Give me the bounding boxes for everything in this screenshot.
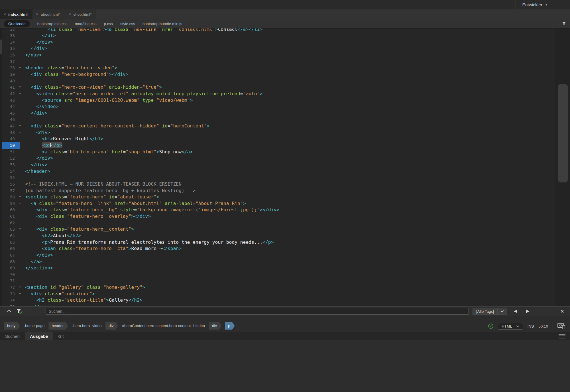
code-line[interactable]: 52 </div> [0,155,555,162]
line-gutter[interactable]: 55 [0,174,25,181]
code-line[interactable]: 73▼ <div class="container"> [0,291,555,297]
line-gutter[interactable]: 56 [0,181,25,188]
code-line[interactable]: 35 </div> [0,45,555,52]
fold-arrow-icon[interactable]: ▼ [15,291,25,297]
code-line[interactable]: 36</nav> [0,52,555,58]
line-gutter[interactable]: 63▼ [0,226,25,233]
tag-chip[interactable]: #heroContent.hero-content.hero-content--… [121,322,205,330]
code-line[interactable]: 40 [0,78,555,84]
fold-arrow-icon[interactable]: ▼ [15,284,25,291]
code-line[interactable]: 57(du hattest doppelte feature-hero__bg … [0,188,555,194]
code-line[interactable]: 50 <p></p> [0,142,555,149]
line-gutter[interactable]: 38▼ [0,65,25,71]
code-line[interactable]: 51 <a class="btn btn-prana" href="shop.h… [0,149,555,155]
code-editor[interactable]: 32 <li class="nav-item"><a class="nav-li… [0,29,570,306]
code-line[interactable]: 44 </video> [0,103,555,110]
fold-arrow-icon[interactable]: ▼ [15,129,25,136]
next-match-button[interactable]: ▶ [526,308,530,314]
line-gutter[interactable]: 41▼ [0,84,25,91]
line-gutter[interactable]: 53 [0,162,25,168]
code-line[interactable]: 49 <h1>Recover Right</h1> [0,136,555,142]
code-line[interactable]: 56<!-- INDEX.HTML – NUR DIESEN ABOUT-TEA… [0,181,555,188]
code-line[interactable]: 46 [0,116,555,123]
fold-arrow-icon[interactable]: ▼ [15,226,25,233]
previous-match-button[interactable]: ◀ [514,308,517,314]
search-input[interactable] [46,308,469,315]
line-gutter[interactable]: 52 [0,155,25,162]
output-panel[interactable] [0,340,570,392]
workspace-switcher[interactable]: Entwickler ▼ [516,0,554,9]
line-gutter[interactable]: 58▼ [0,194,25,200]
document-tab[interactable]: ✕index.html [0,9,32,19]
code-line[interactable]: 43 <source src="images/0001-0120.webm" t… [0,97,555,104]
line-gutter[interactable]: 37 [0,58,25,65]
fold-arrow-icon[interactable]: ▼ [15,84,25,91]
tag-chip[interactable]: .home-page [23,322,45,330]
code-line[interactable]: 75 </div> [0,304,555,306]
preview-devices-icon[interactable] [557,323,566,330]
code-line[interactable]: 60 <div class="feature-hero__bg" style="… [0,207,555,213]
code-line[interactable]: 67 </div> [0,252,555,259]
line-gutter[interactable]: 60 [0,207,25,213]
line-gutter[interactable]: 70 [0,271,25,278]
line-gutter[interactable]: 36 [0,52,25,58]
filter-icon[interactable] [561,21,567,26]
line-gutter[interactable]: 75 [0,304,25,306]
code-line[interactable]: 66 <span class="feature-hero__cta">Read … [0,245,555,252]
line-gutter[interactable]: 61 [0,213,25,220]
line-gutter[interactable]: 73▼ [0,291,25,297]
line-gutter[interactable]: 33 [0,33,25,39]
line-gutter[interactable]: 34 [0,39,25,46]
panel-tab-suchen[interactable]: Suchen [0,332,25,340]
code-line[interactable]: 39 <div class="hero-background"></div> [0,71,555,78]
tag-chip[interactable]: div [209,322,221,330]
code-line[interactable]: 74 <h2 class="section-title">Gallery</h2… [0,297,555,304]
line-gutter[interactable]: 42▼ [0,91,25,97]
code-line[interactable]: 63▼ <div class="feature-hero__content"> [0,226,555,233]
fold-arrow-icon[interactable]: ▼ [15,200,25,207]
tab-close-icon[interactable]: ✕ [68,13,71,16]
code-line[interactable]: 70 [0,271,555,278]
code-line[interactable]: 41▼ <div class="hero-can-video" aria-hid… [0,84,555,91]
line-gutter[interactable]: 69 [0,265,25,271]
code-line[interactable]: 33 </ul> [0,33,555,39]
line-gutter[interactable]: 32 [0,29,25,33]
line-gutter[interactable]: 50 [0,142,25,149]
related-file-item[interactable]: bootstrap.min.css [37,22,68,26]
line-gutter[interactable]: 46 [0,116,25,123]
line-gutter[interactable]: 74 [0,297,25,304]
line-gutter[interactable]: 66 [0,245,25,252]
code-line[interactable]: 47▼ <div class="hero-content hero-conten… [0,123,555,129]
related-file-item[interactable]: style.css [120,22,135,26]
related-file-item[interactable]: maq3iha.css [75,22,97,26]
panel-tab-ausgabe[interactable]: Ausgabe [25,332,53,340]
code-line[interactable]: 65 <p>Prana Rin transforms natural elect… [0,239,555,246]
code-line[interactable]: 42▼ <video class="hero-can-video__el" au… [0,91,555,97]
scrollbar-thumb[interactable] [558,84,568,182]
line-gutter[interactable]: 48▼ [0,129,25,136]
left-scroll-indicator[interactable] [0,39,2,54]
related-file-item[interactable]: p.css [104,22,113,26]
tab-close-icon[interactable]: ✕ [36,13,38,16]
code-line[interactable]: 69</section> [0,265,555,271]
document-tab[interactable]: ✕about.html* [32,9,65,19]
line-gutter[interactable]: 59▼ [0,200,25,207]
code-line[interactable]: 45 </div> [0,110,555,117]
line-gutter[interactable]: 45 [0,110,25,117]
source-code-button[interactable]: Quellcode [4,20,30,27]
code-line[interactable]: 71 [0,278,555,284]
panel-menu-icon[interactable] [559,334,565,339]
code-line[interactable]: 34 </div> [0,39,555,46]
tag-chip[interactable]: header [48,322,68,330]
line-gutter[interactable]: 71 [0,278,25,284]
code-line[interactable]: 54</header> [0,168,555,175]
line-gutter[interactable]: 35 [0,45,25,52]
collapse-find-button[interactable] [6,309,12,314]
code-line[interactable]: 62 [0,220,555,226]
tab-close-icon[interactable]: ✕ [3,13,6,16]
code-line[interactable]: 55 [0,174,555,181]
fold-arrow-icon[interactable]: ▼ [15,194,25,200]
code-line[interactable]: 32 <li class="nav-item"><a class="nav-li… [0,29,555,33]
tag-chip-current[interactable]: p [225,322,235,330]
code-line[interactable]: 72▼<section id="gallery" class="home-gal… [0,284,555,291]
